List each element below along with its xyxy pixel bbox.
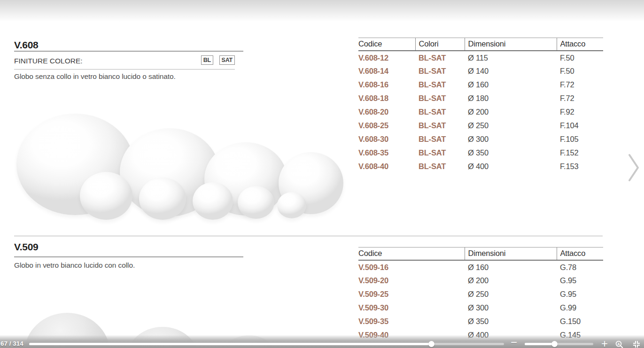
column-header: Dimensioni bbox=[465, 247, 557, 261]
globe-image bbox=[80, 172, 132, 220]
zoom-slider-fill bbox=[525, 343, 554, 345]
cell-value: F.105 bbox=[557, 132, 603, 146]
cell-value: Ø 115 bbox=[465, 51, 557, 64]
zoom-slider-handle[interactable] bbox=[551, 341, 558, 347]
section-description-v608: Globo senza collo in vetro bianco lucido… bbox=[14, 72, 176, 81]
cell-value: BL-SAT bbox=[415, 160, 465, 173]
cell-value: G.150 bbox=[557, 315, 603, 328]
viewer-stage: V.608 FINITURE COLORE: BL SAT Globo senz… bbox=[0, 0, 644, 348]
cell-code: V.509-35 bbox=[358, 315, 465, 328]
cell-value: F.72 bbox=[557, 92, 603, 105]
svg-text:A: A bbox=[617, 342, 620, 346]
cell-code: V.608-18 bbox=[358, 92, 415, 105]
zoom-slider[interactable] bbox=[525, 343, 593, 345]
cell-code: V.509-20 bbox=[358, 274, 465, 287]
table-row: V.608-25BL-SATØ 250F.104 bbox=[358, 119, 603, 132]
cell-value: F.50 bbox=[557, 51, 603, 64]
globe-image bbox=[238, 186, 274, 219]
cell-value: F.92 bbox=[557, 105, 603, 119]
column-header: Codice bbox=[358, 247, 465, 261]
cell-value: F.72 bbox=[557, 78, 603, 92]
cell-value: F.50 bbox=[557, 64, 603, 78]
divider bbox=[14, 256, 243, 257]
table-row: V.509-20Ø 200G.95 bbox=[358, 274, 603, 287]
cell-code: V.608-30 bbox=[358, 132, 415, 146]
page-indicator: 67 / 314 bbox=[0, 340, 23, 347]
cell-code: V.608-25 bbox=[358, 119, 415, 132]
globe-image bbox=[139, 178, 186, 220]
cell-value: Ø 300 bbox=[465, 132, 557, 146]
badge-sat: SAT bbox=[219, 55, 235, 65]
section-separator bbox=[14, 236, 603, 236]
page-scrubber-handle[interactable] bbox=[428, 341, 435, 347]
cell-value: Ø 250 bbox=[465, 119, 557, 132]
cell-value: Ø 200 bbox=[465, 105, 557, 119]
product-photo-v608-globes bbox=[14, 113, 344, 220]
cell-value: BL-SAT bbox=[415, 92, 465, 105]
table-row: V.608-30BL-SATØ 300F.105 bbox=[358, 132, 603, 146]
cell-value: Ø 350 bbox=[465, 315, 557, 328]
spec-table-v509: CodiceDimensioniAttaccoV.509-16Ø 160G.78… bbox=[358, 247, 603, 342]
fullscreen-icon[interactable] bbox=[632, 340, 641, 348]
cell-value: F.153 bbox=[557, 160, 603, 173]
table-row: V.608-20BL-SATØ 200F.92 bbox=[358, 105, 603, 119]
zoom-search-icon[interactable]: A bbox=[615, 340, 623, 348]
section-title-v608: V.608 bbox=[14, 39, 38, 51]
cell-value: F.104 bbox=[557, 119, 603, 132]
table-row: V.509-35Ø 350G.150 bbox=[358, 315, 603, 328]
cell-value: Ø 300 bbox=[465, 301, 557, 315]
cell-value: BL-SAT bbox=[415, 105, 465, 119]
cell-code: V.608-16 bbox=[358, 78, 415, 92]
cell-value: G.78 bbox=[557, 260, 603, 274]
cell-value: BL-SAT bbox=[415, 64, 465, 78]
zoom-in-button[interactable]: + bbox=[601, 338, 608, 348]
column-header: Codice bbox=[358, 38, 415, 51]
cell-value: BL-SAT bbox=[415, 51, 465, 64]
table-row: V.608-12BL-SATØ 115F.50 bbox=[358, 51, 603, 64]
cell-value: Ø 160 bbox=[465, 78, 557, 92]
cell-value: G.95 bbox=[557, 274, 603, 287]
section-title-v509: V.509 bbox=[14, 241, 38, 253]
finish-badges: BL SAT bbox=[197, 55, 235, 65]
cell-value: Ø 250 bbox=[465, 287, 557, 301]
next-page-chevron-icon[interactable] bbox=[628, 154, 640, 182]
section-description-v509: Globo in vetro bianco lucido con collo. bbox=[14, 261, 135, 270]
divider bbox=[14, 69, 235, 70]
column-header: Colori bbox=[415, 38, 465, 51]
table-row: V.608-18BL-SATØ 180F.72 bbox=[358, 92, 603, 105]
table-row: V.608-40BL-SATØ 400F.153 bbox=[358, 160, 603, 173]
cell-code: V.509-30 bbox=[358, 301, 465, 315]
table-row: V.608-14BL-SATØ 140F.50 bbox=[358, 64, 603, 78]
badge-bl: BL bbox=[201, 55, 213, 65]
cell-value: Ø 400 bbox=[465, 160, 557, 173]
cell-code: V.608-35 bbox=[358, 146, 415, 160]
top-toolbar-shadow bbox=[0, 0, 644, 22]
table-row: V.608-16BL-SATØ 160F.72 bbox=[358, 78, 603, 92]
cell-value: Ø 350 bbox=[465, 146, 557, 160]
cell-value: Ø 180 bbox=[465, 92, 557, 105]
cell-value: Ø 140 bbox=[465, 64, 557, 78]
globe-image bbox=[277, 192, 306, 218]
cell-value: Ø 200 bbox=[465, 274, 557, 287]
cell-value: G.99 bbox=[557, 301, 603, 315]
cell-value: G.95 bbox=[557, 287, 603, 301]
zoom-out-button[interactable]: − bbox=[511, 337, 517, 348]
cell-value: Ø 160 bbox=[465, 260, 557, 274]
viewer-control-bar: 67 / 314 − + A bbox=[0, 335, 644, 348]
cell-code: V.608-12 bbox=[358, 51, 415, 64]
cell-code: V.608-14 bbox=[358, 64, 415, 78]
finish-color-label: FINITURE COLORE: bbox=[14, 57, 83, 65]
cell-value: BL-SAT bbox=[415, 78, 465, 92]
cell-code: V.509-25 bbox=[358, 287, 465, 301]
globe-image bbox=[193, 182, 233, 220]
table-row: V.509-16Ø 160G.78 bbox=[358, 260, 603, 274]
cell-code: V.608-40 bbox=[358, 160, 415, 173]
spec-table-v608: CodiceColoriDimensioniAttaccoV.608-12BL-… bbox=[358, 38, 603, 173]
table-row: V.608-35BL-SATØ 350F.152 bbox=[358, 146, 603, 160]
cell-value: BL-SAT bbox=[415, 132, 465, 146]
page-scrubber-fill bbox=[29, 343, 431, 345]
cell-value: F.152 bbox=[557, 146, 603, 160]
table-row: V.509-30Ø 300G.99 bbox=[358, 301, 603, 315]
table-row: V.509-25Ø 250G.95 bbox=[358, 287, 603, 301]
column-header: Dimensioni bbox=[465, 38, 557, 51]
